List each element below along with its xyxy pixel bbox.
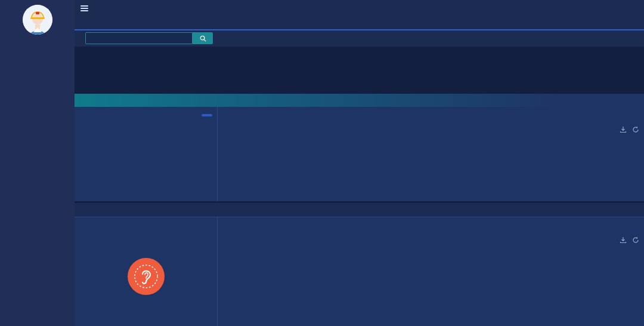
temp-humidity-right-panel [218, 107, 644, 201]
refresh-icon[interactable] [632, 236, 639, 244]
user-profile [0, 0, 75, 42]
user-avatar[interactable] [23, 5, 52, 35]
window-tabbar [75, 16, 644, 30]
noise-right-panel [218, 217, 644, 326]
content [75, 47, 644, 326]
refresh-icon[interactable] [632, 126, 639, 133]
noise-chart [218, 235, 644, 326]
noise-section [75, 203, 644, 326]
topbar [75, 0, 644, 16]
hamburger-menu-icon[interactable] [80, 5, 88, 11]
status-panels [75, 48, 644, 92]
sidebar [0, 0, 75, 326]
humidity-chart [431, 125, 644, 201]
gauge-more-button[interactable] [202, 114, 212, 116]
noise-left-panel [75, 217, 218, 326]
temp-chart-actions [620, 126, 639, 133]
download-icon[interactable] [620, 236, 627, 244]
temp-humidity-section [75, 94, 644, 201]
station-search-input[interactable] [85, 32, 193, 44]
temp-chart-controls [218, 107, 644, 125]
noise-chart-actions [620, 236, 639, 244]
main-area [75, 0, 644, 326]
gauges [75, 124, 217, 201]
noise-chart-controls [218, 217, 644, 235]
temp-humidity-left-panel [75, 107, 218, 201]
app-root [0, 0, 644, 326]
download-icon[interactable] [620, 126, 627, 133]
search-button[interactable] [193, 32, 213, 44]
station-search-row [75, 30, 644, 47]
sensor-tabs [75, 203, 644, 217]
temp-humidity-section-title [75, 94, 644, 107]
search-icon [200, 35, 206, 42]
temperature-chart [218, 125, 431, 201]
noise-ear-icon [128, 258, 165, 295]
